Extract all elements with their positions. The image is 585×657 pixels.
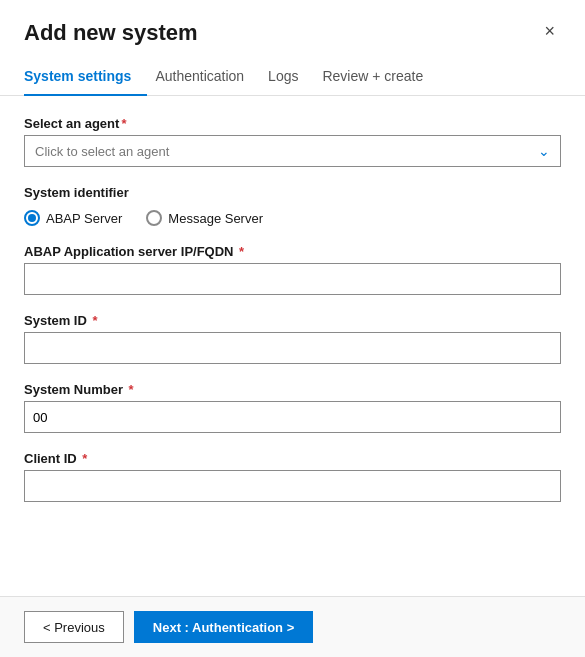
agent-placeholder: Click to select an agent [35, 144, 169, 159]
system-identifier-label: System identifier [24, 185, 561, 200]
tab-authentication[interactable]: Authentication [155, 60, 260, 96]
client-id-input[interactable] [24, 470, 561, 502]
tab-system-settings[interactable]: System settings [24, 60, 147, 96]
radio-abap-label: ABAP Server [46, 211, 122, 226]
system-identifier-group: System identifier ABAP Server Message Se… [24, 185, 561, 226]
client-id-label: Client ID * [24, 451, 561, 466]
dialog-title: Add new system [24, 20, 198, 46]
previous-button[interactable]: < Previous [24, 611, 124, 643]
system-id-field-group: System ID * [24, 313, 561, 364]
radio-group: ABAP Server Message Server [24, 210, 561, 226]
system-id-input[interactable] [24, 332, 561, 364]
tab-review-create[interactable]: Review + create [322, 60, 439, 96]
close-button[interactable]: × [538, 20, 561, 42]
agent-field-group: Select an agent* Click to select an agen… [24, 116, 561, 167]
system-number-field-group: System Number * [24, 382, 561, 433]
agent-dropdown[interactable]: Click to select an agent ⌄ [24, 135, 561, 167]
dialog-header: Add new system × [0, 0, 585, 46]
system-number-input[interactable] [24, 401, 561, 433]
agent-label: Select an agent* [24, 116, 561, 131]
add-new-system-dialog: Add new system × System settings Authent… [0, 0, 585, 657]
next-button[interactable]: Next : Authentication > [134, 611, 313, 643]
abap-ip-input[interactable] [24, 263, 561, 295]
tab-logs[interactable]: Logs [268, 60, 314, 96]
radio-message[interactable]: Message Server [146, 210, 263, 226]
tab-bar: System settings Authentication Logs Revi… [0, 46, 585, 96]
abap-ip-field-group: ABAP Application server IP/FQDN * [24, 244, 561, 295]
client-id-field-group: Client ID * [24, 451, 561, 502]
radio-circle-abap [24, 210, 40, 226]
radio-message-label: Message Server [168, 211, 263, 226]
dialog-body: Select an agent* Click to select an agen… [0, 96, 585, 596]
chevron-down-icon: ⌄ [538, 143, 550, 159]
dialog-footer: < Previous Next : Authentication > [0, 596, 585, 657]
system-id-label: System ID * [24, 313, 561, 328]
abap-ip-label: ABAP Application server IP/FQDN * [24, 244, 561, 259]
radio-circle-message [146, 210, 162, 226]
system-number-label: System Number * [24, 382, 561, 397]
radio-abap[interactable]: ABAP Server [24, 210, 122, 226]
